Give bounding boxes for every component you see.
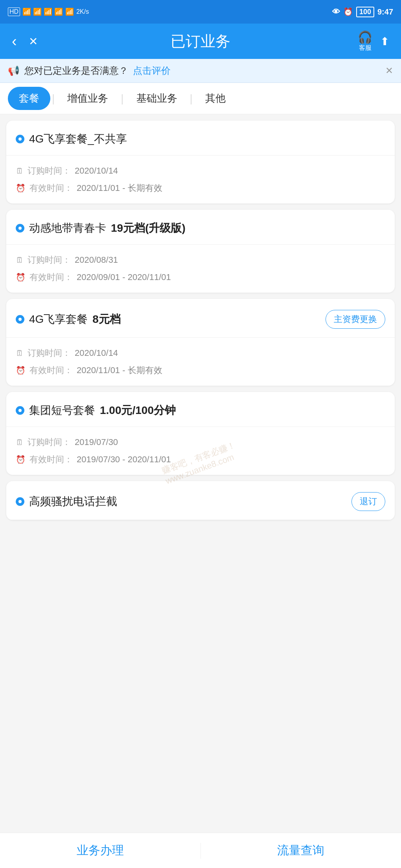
card-header-4: 集团短号套餐1.00元/100分钟: [6, 392, 395, 427]
battery-icon: 100: [356, 7, 374, 17]
subscribe-time-row-3: 🗓 订购时间： 2020/10/14: [16, 347, 385, 359]
valid-label-1: 有效时间：: [29, 182, 73, 194]
card-spam-block: 高频骚扰电话拦截 退订: [6, 481, 395, 520]
valid-value-1: 2020/11/01 - 长期有效: [77, 182, 162, 194]
subscribe-value-4: 2019/07/30: [75, 437, 118, 447]
card-title-normal-5: 高频骚扰电话拦截: [29, 494, 117, 509]
share-button[interactable]: ⬆: [380, 35, 389, 48]
card-4g-fly-8: 4G飞享套餐8元档 主资费更换 🗓 订购时间： 2020/10/14 ⏰ 有效时…: [6, 299, 395, 386]
valid-time-row-4: ⏰ 有效时间： 2019/07/30 - 2020/11/01: [16, 454, 385, 465]
valid-value-2: 2020/09/01 - 2020/11/01: [77, 272, 171, 282]
valid-value-4: 2019/07/30 - 2020/11/01: [77, 454, 171, 465]
tab-divider-2: |: [119, 92, 125, 105]
megaphone-icon: 📢: [8, 65, 20, 76]
card-header-2: 动感地带青春卡19元档(升级版): [6, 210, 395, 245]
card-body-3: 🗓 订购时间： 2020/10/14 ⏰ 有效时间： 2020/11/01 - …: [6, 338, 395, 386]
unsubscribe-button[interactable]: 退订: [351, 492, 385, 511]
subscribe-label-1: 订购时间：: [28, 165, 71, 177]
card-title-bold-4: 1.00元/100分钟: [100, 403, 176, 418]
wifi-icon: 📶: [65, 7, 74, 16]
status-bar: HD 📶 📶 📶 📶 📶 2K/s 👁 ⏰ 100 9:47: [0, 0, 401, 24]
valid-time-row-3: ⏰ 有效时间： 2020/11/01 - 长期有效: [16, 364, 385, 376]
clock-icon-2: ⏰: [16, 273, 26, 282]
card-title-4: 集团短号套餐1.00元/100分钟: [16, 403, 176, 418]
banner-text: 您对已定业务是否满意？: [24, 64, 128, 77]
headset-icon: 🎧: [358, 30, 372, 44]
bottom-spacer: [6, 526, 395, 566]
tab-basic[interactable]: 基础业务: [125, 87, 188, 110]
radio-dot-2: [16, 224, 24, 233]
card-header-1: 4G飞享套餐_不共享: [6, 121, 395, 156]
subscribe-value-3: 2020/10/14: [75, 348, 118, 358]
card-title-text-1: 4G飞享套餐_不共享: [29, 132, 127, 146]
main-fee-change-button[interactable]: 主资费更换: [326, 310, 385, 329]
status-left: HD 📶 📶 📶 📶 📶 2K/s: [8, 7, 89, 16]
card-youth-card: 动感地带青春卡19元档(升级版) 🗓 订购时间： 2020/08/31 ⏰ 有效…: [6, 210, 395, 293]
back-button[interactable]: ‹: [12, 33, 17, 50]
subscribe-time-row-4: 🗓 订购时间： 2019/07/30: [16, 436, 385, 448]
service-label: 客服: [359, 44, 372, 52]
status-right: 👁 ⏰ 100 9:47: [332, 7, 393, 17]
card-title-bold-2: 19元档(升级版): [111, 221, 186, 236]
calendar-icon-4: 🗓: [16, 438, 24, 447]
radio-dot-5: [16, 497, 24, 506]
subscribe-label-4: 订购时间：: [28, 436, 71, 448]
time: 9:47: [377, 7, 393, 16]
calendar-icon-1: 🗓: [16, 167, 24, 176]
calendar-icon-2: 🗓: [16, 256, 24, 265]
hd-icon: HD: [8, 7, 20, 16]
tab-bar: 套餐 | 增值业务 | 基础业务 | 其他: [0, 83, 401, 114]
content-area: 4G飞享套餐_不共享 🗓 订购时间： 2020/10/14 ⏰ 有效时间： 20…: [0, 114, 401, 572]
subscribe-value-2: 2020/08/31: [75, 255, 118, 265]
nav-bar: ‹ ✕ 已订业务 🎧 客服 ⬆: [0, 24, 401, 59]
tab-divider-3: |: [188, 92, 194, 105]
service-button[interactable]: 🎧 客服: [358, 30, 372, 52]
tab-other[interactable]: 其他: [194, 87, 237, 110]
card-body-4: 🗓 订购时间： 2019/07/30 ⏰ 有效时间： 2019/07/30 - …: [6, 427, 395, 475]
page-title: 已订业务: [171, 31, 230, 51]
tab-value-added[interactable]: 增值业务: [56, 87, 119, 110]
valid-time-row-1: ⏰ 有效时间： 2020/11/01 - 长期有效: [16, 182, 385, 194]
radio-dot-1: [16, 135, 24, 143]
nav-left: ‹ ✕: [12, 33, 38, 50]
subscribe-label-3: 订购时间：: [28, 347, 71, 359]
signal-icons: 📶 📶 📶 📶: [22, 7, 63, 16]
card-title-bold-3: 8元档: [92, 312, 121, 327]
card-title-5: 高频骚扰电话拦截: [16, 494, 117, 509]
clock-icon-4: ⏰: [16, 455, 26, 464]
card-header-3: 4G飞享套餐8元档 主资费更换: [6, 299, 395, 338]
bottom-bar: 业务办理 流量查询: [0, 833, 401, 868]
card-title-2: 动感地带青春卡19元档(升级版): [16, 221, 186, 236]
subscribe-label-2: 订购时间：: [28, 254, 71, 266]
tab-package[interactable]: 套餐: [8, 87, 50, 110]
alarm-icon: ⏰: [343, 7, 353, 16]
traffic-query-button[interactable]: 流量查询: [201, 833, 401, 868]
tab-divider-1: |: [50, 92, 56, 105]
rate-link[interactable]: 点击评价: [133, 64, 171, 77]
service-handle-button[interactable]: 业务办理: [0, 833, 200, 868]
card-title-3: 4G飞享套餐8元档: [16, 312, 121, 327]
card-4g-fly-no-share: 4G飞享套餐_不共享 🗓 订购时间： 2020/10/14 ⏰ 有效时间： 20…: [6, 121, 395, 203]
card-title-1: 4G飞享套餐_不共享: [16, 132, 127, 146]
close-button[interactable]: ✕: [29, 35, 38, 48]
card-title-normal-3: 4G飞享套餐: [29, 312, 88, 327]
eye-icon: 👁: [332, 7, 340, 16]
calendar-icon-3: 🗓: [16, 349, 24, 358]
nav-right: 🎧 客服 ⬆: [358, 30, 389, 52]
card-header-5: 高频骚扰电话拦截 退订: [6, 481, 395, 520]
subscribe-time-row-1: 🗓 订购时间： 2020/10/14: [16, 165, 385, 177]
card-body-2: 🗓 订购时间： 2020/08/31 ⏰ 有效时间： 2020/09/01 - …: [6, 245, 395, 293]
clock-icon-3: ⏰: [16, 366, 26, 375]
card-body-1: 🗓 订购时间： 2020/10/14 ⏰ 有效时间： 2020/11/01 - …: [6, 156, 395, 203]
valid-value-3: 2020/11/01 - 长期有效: [77, 364, 162, 376]
radio-dot-3: [16, 315, 24, 324]
data-speed: 2K/s: [76, 8, 89, 15]
subscribe-value-1: 2020/10/14: [75, 166, 118, 176]
banner-content: 📢 您对已定业务是否满意？ 点击评价: [8, 64, 171, 77]
valid-label-2: 有效时间：: [29, 271, 73, 283]
clock-icon-1: ⏰: [16, 183, 26, 193]
subscribe-time-row-2: 🗓 订购时间： 2020/08/31: [16, 254, 385, 266]
card-title-normal-4: 集团短号套餐: [29, 403, 95, 418]
valid-time-row-2: ⏰ 有效时间： 2020/09/01 - 2020/11/01: [16, 271, 385, 283]
banner-close-button[interactable]: ✕: [385, 65, 393, 76]
